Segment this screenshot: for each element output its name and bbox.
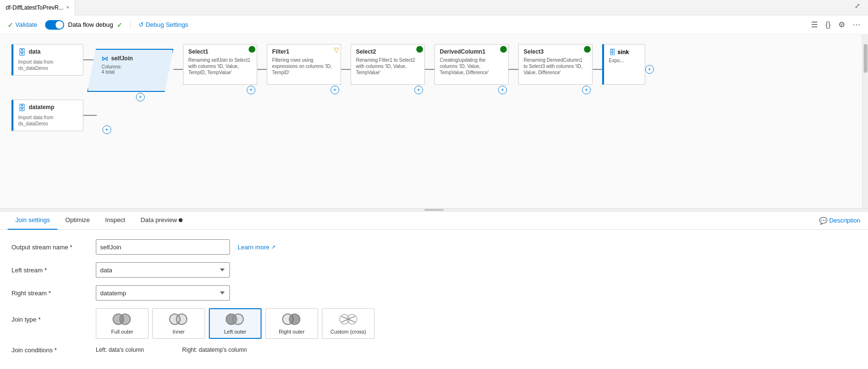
code-icon[interactable]: {} <box>825 21 831 29</box>
divider <box>130 20 131 30</box>
right-outer-label: Right outer <box>279 329 305 335</box>
join-node-selfjoin[interactable]: ⋈ selfJoin Columns:4 total <box>87 49 173 92</box>
tab-join-settings[interactable]: Join settings <box>8 212 57 230</box>
output-stream-row: Output stream name * Learn more ↗ <box>11 239 857 255</box>
left-stream-select-wrapper: data <box>96 262 230 278</box>
debug-label: Data flow debug <box>68 21 113 28</box>
source-node-datatemp-group: 🗄 datatemp Import data from ds_dataDemo … <box>11 100 97 131</box>
derived1-container: DerivedColumn1 Creating/updating the col… <box>434 44 509 85</box>
sink-container: 🗄 sink Expo... <box>602 44 645 85</box>
conditions-container: Left: data's column Right: datatemp's co… <box>96 347 247 353</box>
join-types-container: Full outer Inner <box>96 308 375 339</box>
source-node-datatemp[interactable]: 🗄 datatemp Import data from ds_dataDemo <box>11 100 83 131</box>
source-node-data[interactable]: 🗄 data Import data from ds_dataDemo <box>11 44 83 76</box>
list-icon[interactable]: ☰ <box>811 20 818 29</box>
join-conditions-row: Join conditions * Left: data's column Ri… <box>11 347 857 354</box>
derived1-output-dot <box>500 46 507 53</box>
settings-icon[interactable]: ⚙ <box>838 20 845 29</box>
sources-column: 🗄 data Import data from ds_dataDemo 🗄 da… <box>11 44 97 131</box>
join-icon: ⋈ <box>102 55 108 62</box>
add-select2-button[interactable]: + <box>414 86 423 94</box>
connector6 <box>593 69 602 70</box>
tab-data-preview[interactable]: Data preview <box>133 212 190 230</box>
settings-tabs: Join settings Optimize Inspect Data prev… <box>0 212 868 230</box>
select1-node[interactable]: Select1 Renaming selfJoin to Select1 wit… <box>183 44 257 85</box>
add-final-button[interactable]: + <box>645 65 654 74</box>
join-type-custom-cross[interactable]: Custom (cross) <box>322 308 375 339</box>
left-stream-row: Left stream * data <box>11 262 857 278</box>
external-link-icon: ↗ <box>271 244 275 250</box>
tab-inspect[interactable]: Inspect <box>98 212 133 230</box>
left-stream-label: Left stream * <box>11 267 88 274</box>
source-node-data-group: 🗄 data Import data from ds_dataDemo <box>11 44 97 76</box>
derived1-title: DerivedColumn1 <box>440 48 503 55</box>
join-type-full-outer[interactable]: Full outer <box>96 308 148 339</box>
restore-icon[interactable]: ⤢ <box>855 2 860 10</box>
learn-more-label: Learn more <box>238 244 269 251</box>
debug-settings-button[interactable]: ↺ Debug Settings <box>138 21 188 28</box>
custom-cross-svg <box>338 313 359 326</box>
derived1-node[interactable]: DerivedColumn1 Creating/updating the col… <box>434 44 509 85</box>
right-stream-row: Right stream * datatemp <box>11 285 857 301</box>
validate-button[interactable]: ✓ Validate <box>8 21 37 29</box>
left-outer-venn <box>225 313 246 326</box>
add-select1-button[interactable]: + <box>247 86 255 94</box>
right-stream-label: Right stream * <box>11 290 88 297</box>
filter1-desc: Filtering rows using expressions on colu… <box>272 57 336 76</box>
learn-more-link[interactable]: Learn more ↗ <box>238 244 275 251</box>
join-type-left-outer[interactable]: Left outer <box>209 308 262 339</box>
connector3 <box>341 69 351 70</box>
debug-toggle[interactable] <box>45 20 64 30</box>
derived1-desc: Creating/updating the columns 'ID, Value… <box>440 57 503 76</box>
join-node-title: selfJoin <box>111 55 133 62</box>
custom-venn <box>338 313 359 326</box>
left-outer-label: Left outer <box>224 329 246 335</box>
more-icon[interactable]: ⋯ <box>853 20 860 29</box>
debug-settings-label: Debug Settings <box>146 21 188 28</box>
debug-settings-icon: ↺ <box>138 21 144 28</box>
add-derived1-button[interactable]: + <box>498 86 507 94</box>
select1-desc: Renaming selfJoin to Select1 with column… <box>188 57 252 76</box>
node-data-desc: Import data from ds_dataDemo <box>18 59 78 71</box>
tab-optimize[interactable]: Optimize <box>57 212 97 230</box>
select2-container: Select2 Renaming Filter1 to Select2 with… <box>351 44 425 85</box>
select1-title: Select1 <box>188 48 252 55</box>
connector4 <box>425 69 434 70</box>
select3-output-dot <box>584 46 591 53</box>
filter-icon: ▽ <box>334 46 339 54</box>
validate-check-icon: ✓ <box>8 21 13 29</box>
canvas-scrollbar[interactable] <box>862 34 868 212</box>
join-type-right-outer[interactable]: Right outer <box>265 308 318 339</box>
add-datatemp-button[interactable]: + <box>103 125 111 134</box>
right-stream-select[interactable]: datatemp <box>96 285 230 301</box>
canvas-resize-bar[interactable] <box>0 208 868 211</box>
select2-node[interactable]: Select2 Renaming Filter1 to Select2 with… <box>351 44 425 85</box>
full-outer-label: Full outer <box>111 329 133 335</box>
connector5 <box>509 69 518 70</box>
validate-label: Validate <box>15 21 37 28</box>
filter1-container: ▽ Filter1 Filtering rows using expressio… <box>267 44 341 85</box>
sink-node[interactable]: 🗄 sink Expo... <box>602 44 645 85</box>
sink-desc: Expo... <box>609 58 640 63</box>
output-stream-input[interactable] <box>96 239 230 255</box>
description-button[interactable]: 💬 Description <box>819 217 860 224</box>
conditions-header: Left: data's column Right: datatemp's co… <box>96 347 247 353</box>
add-filter1-button[interactable]: + <box>331 86 339 94</box>
filter1-node[interactable]: ▽ Filter1 Filtering rows using expressio… <box>267 44 341 85</box>
join-type-inner[interactable]: Inner <box>152 308 205 339</box>
add-join-button[interactable]: + <box>136 93 145 101</box>
add-select3-button[interactable]: + <box>582 86 591 94</box>
select1-container: Select1 Renaming selfJoin to Select1 wit… <box>183 44 257 85</box>
preview-dot <box>179 218 183 222</box>
join-type-label: Join type * <box>11 308 88 323</box>
scrollbar-thumb <box>864 44 868 73</box>
tab-close-icon[interactable]: × <box>67 5 69 10</box>
main-tab[interactable]: df-DiffLatestToPrevR... × <box>0 0 75 15</box>
inner-label: Inner <box>172 329 184 335</box>
select3-node[interactable]: Select3 Renaming DerivedColumn1 to Selec… <box>518 44 593 85</box>
join-node-container: ⋈ selfJoin Columns:4 total + <box>87 49 173 92</box>
left-stream-select[interactable]: data <box>96 262 230 278</box>
right-col-label: Right: datatemp's column <box>182 347 247 353</box>
connector-join-select1 <box>173 69 183 70</box>
sink-icon: 🗄 <box>609 48 616 56</box>
